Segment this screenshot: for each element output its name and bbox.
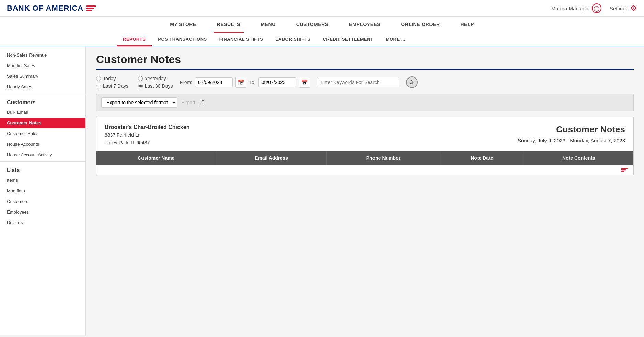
subnav-more[interactable]: MORE ... xyxy=(380,33,412,46)
report-date-range: Sunday, July 9, 2023 - Monday, August 7,… xyxy=(518,137,625,143)
footer-flag-stripe-3 xyxy=(621,171,624,172)
radio-last7-label: Last 7 Days xyxy=(103,83,128,89)
radio-yesterday-label: Yesterday xyxy=(145,76,166,81)
col-note-contents: Note Contents xyxy=(524,151,633,165)
sidebar-item-items[interactable]: Items xyxy=(0,175,85,185)
settings-label: Settings xyxy=(610,5,628,11)
settings-link[interactable]: Settings ⚙ xyxy=(610,4,637,13)
sidebar-divider-2 xyxy=(0,161,85,162)
sidebar-item-devices[interactable]: Devices xyxy=(0,217,85,228)
refresh-button[interactable]: ⟳ xyxy=(406,76,418,88)
radio-today[interactable]: Today xyxy=(96,76,131,81)
subnav-labor-shifts[interactable]: LABOR SHIFTS xyxy=(269,33,317,46)
sidebar-item-house-account-activity[interactable]: House Account Activity xyxy=(0,149,85,160)
radio-last30[interactable]: Last 30 Days xyxy=(138,83,173,89)
to-date-input[interactable] xyxy=(258,77,296,87)
sidebar-section-customers: Customers xyxy=(0,95,85,107)
flag-stripe-3 xyxy=(86,10,92,11)
to-calendar-button[interactable]: 📅 xyxy=(299,77,310,88)
brand-name: BANK OF AMERICA xyxy=(7,4,83,13)
col-phone-number: Phone Number xyxy=(327,151,440,165)
nav-item-help[interactable]: HELP xyxy=(457,17,478,33)
sidebar-item-nonsales[interactable]: Non-Sales Revenue xyxy=(0,50,85,60)
nav-item-customers[interactable]: CUSTOMERS xyxy=(293,17,332,33)
company-name: Brooster's Char-Broiled Chicken xyxy=(105,124,189,130)
sub-nav: REPORTS POS TRANSACTIONS FINANCIAL SHIFT… xyxy=(0,33,644,46)
sidebar-item-sales-summary[interactable]: Sales Summary xyxy=(0,71,85,82)
col-email-address: Email Address xyxy=(216,151,327,165)
report-table: Customer Name Email Address Phone Number… xyxy=(96,151,633,165)
sidebar-item-customers[interactable]: Customers xyxy=(0,196,85,207)
address-line2: Tinley Park, IL 60487 xyxy=(105,140,189,145)
nav-item-mystore[interactable]: MY STORE xyxy=(166,17,200,33)
sidebar-item-customer-notes[interactable]: Customer Notes xyxy=(0,118,85,128)
export-format-select[interactable]: Export to the selected format CSV PDF Ex… xyxy=(101,97,177,108)
boa-logo-footer xyxy=(96,165,633,175)
from-label: From: xyxy=(180,80,192,85)
sidebar-section-lists: Lists xyxy=(0,163,85,175)
nav-item-onlineorder[interactable]: ONLINE ORDER xyxy=(398,17,443,33)
from-calendar-button[interactable]: 📅 xyxy=(235,77,246,88)
radio-yesterday-input[interactable] xyxy=(138,76,143,81)
title-underline xyxy=(96,69,634,70)
report-header: Brooster's Char-Broiled Chicken 8837 Fai… xyxy=(96,117,633,151)
search-input[interactable] xyxy=(317,77,399,87)
sidebar-item-hourly-sales[interactable]: Hourly Sales xyxy=(0,82,85,92)
table-header: Customer Name Email Address Phone Number… xyxy=(96,151,633,165)
flag-stripes xyxy=(86,5,96,11)
user-info[interactable]: Martha Manager ◯ xyxy=(551,3,601,13)
user-icon: ◯ xyxy=(592,3,601,13)
main-content: Customer Notes Today Yesterday Last 7 Da… xyxy=(86,46,644,335)
footer-flag-stripe-1 xyxy=(621,168,628,169)
radio-last30-input[interactable] xyxy=(138,84,143,88)
report-box: Brooster's Char-Broiled Chicken 8837 Fai… xyxy=(96,117,634,175)
radio-group: Today Yesterday Last 7 Days Last 30 Days xyxy=(96,76,173,89)
footer-flag-icon xyxy=(621,168,628,172)
logo-area: BANK OF AMERICA xyxy=(7,4,96,13)
nav-item-menu[interactable]: MENU xyxy=(257,17,279,33)
from-date-input[interactable] xyxy=(195,77,233,87)
report-title-area: Customer Notes Sunday, July 9, 2023 - Mo… xyxy=(518,124,625,143)
address-line1: 8837 Fairfield Ln xyxy=(105,132,189,138)
radio-today-input[interactable] xyxy=(96,76,101,81)
user-name: Martha Manager xyxy=(551,5,589,11)
subnav-credit-settlement[interactable]: CREDIT SETTLEMENT xyxy=(317,33,379,46)
report-title: Customer Notes xyxy=(518,124,625,135)
radio-last7-input[interactable] xyxy=(96,84,101,88)
filter-row: Today Yesterday Last 7 Days Last 30 Days… xyxy=(96,76,634,89)
sidebar-divider-1 xyxy=(0,94,85,94)
footer-flag-stripe-2 xyxy=(621,169,626,170)
nav-item-results[interactable]: RESULTS xyxy=(214,17,244,33)
date-range: From: 📅 To: 📅 xyxy=(180,77,310,88)
radio-yesterday[interactable]: Yesterday xyxy=(138,76,173,81)
flag-stripe-1 xyxy=(86,5,96,7)
sidebar: Non-Sales Revenue Modifier Sales Sales S… xyxy=(0,46,86,335)
subnav-reports[interactable]: REPORTS xyxy=(117,33,152,46)
sidebar-item-modifier-sales[interactable]: Modifier Sales xyxy=(0,60,85,71)
sidebar-item-employees[interactable]: Employees xyxy=(0,207,85,217)
gear-icon: ⚙ xyxy=(630,4,637,13)
header-right: Martha Manager ◯ Settings ⚙ xyxy=(551,3,637,13)
sidebar-item-customer-sales[interactable]: Customer Sales xyxy=(0,128,85,139)
export-bar: Export to the selected format CSV PDF Ex… xyxy=(96,94,634,111)
subnav-pos-transactions[interactable]: POS TRANSACTIONS xyxy=(152,33,213,46)
flag-stripe-2 xyxy=(86,8,94,9)
layout: Non-Sales Revenue Modifier Sales Sales S… xyxy=(0,46,644,335)
to-label: To: xyxy=(249,80,256,85)
print-button[interactable]: 🖨 xyxy=(199,99,205,106)
report-company-info: Brooster's Char-Broiled Chicken 8837 Fai… xyxy=(105,124,189,145)
table-header-row: Customer Name Email Address Phone Number… xyxy=(96,151,633,165)
sidebar-item-modifiers[interactable]: Modifiers xyxy=(0,185,85,196)
radio-last7[interactable]: Last 7 Days xyxy=(96,83,131,89)
page-title: Customer Notes xyxy=(96,53,634,66)
logo-flag xyxy=(86,5,96,11)
report-scroll[interactable]: Customer Name Email Address Phone Number… xyxy=(96,151,633,165)
sidebar-item-bulk-email[interactable]: Bulk Email xyxy=(0,107,85,118)
export-button[interactable]: Export xyxy=(181,100,195,105)
subnav-financial-shifts[interactable]: FINANCIAL SHIFTS xyxy=(213,33,269,46)
sidebar-item-house-accounts[interactable]: House Accounts xyxy=(0,139,85,149)
nav-item-employees[interactable]: EMPLOYEES xyxy=(346,17,384,33)
col-note-date: Note Date xyxy=(440,151,524,165)
col-customer-name: Customer Name xyxy=(96,151,216,165)
radio-today-label: Today xyxy=(103,76,116,81)
